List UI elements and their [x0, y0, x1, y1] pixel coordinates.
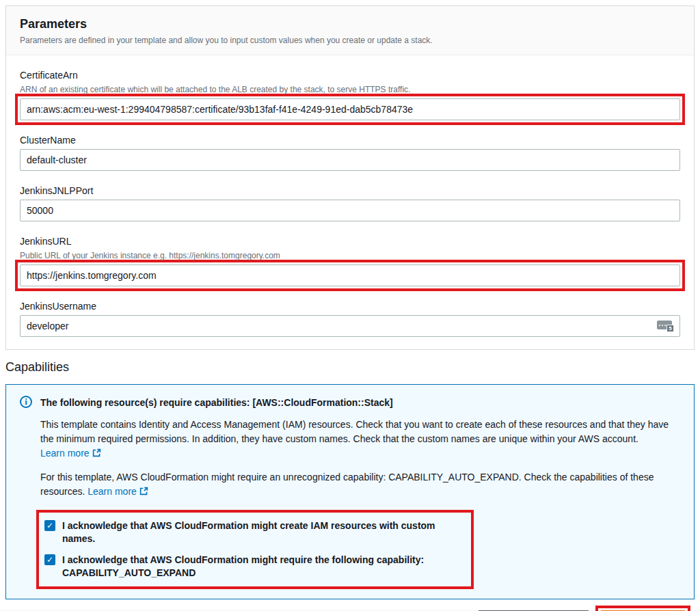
certificate-arn-label: CertificateArn	[20, 69, 680, 81]
field-input-wrap	[20, 200, 680, 221]
alert-paragraph: This template contains Identity and Acce…	[40, 418, 680, 461]
cluster-name-label: ClusterName	[20, 134, 680, 146]
learn-more-label: Learn more	[40, 448, 90, 459]
jenkins-jnlp-port-label: JenkinsJNLPPort	[20, 185, 680, 197]
external-link-icon	[139, 487, 148, 495]
certificate-arn-input[interactable]	[20, 98, 680, 120]
alert-title: The following resource(s) require capabi…	[40, 397, 680, 408]
field-cluster-name: ClusterName	[20, 134, 680, 171]
learn-more-link[interactable]: Learn more	[40, 448, 101, 459]
cluster-name-input[interactable]	[20, 149, 680, 171]
create-stack-annotation-box: Create stack	[595, 606, 690, 611]
capability-checkbox-row: ✓ I acknowledge that AWS CloudFormation …	[44, 554, 463, 580]
field-input-wrap	[20, 264, 680, 286]
parameters-description: Parameters are defined in your template …	[20, 36, 680, 46]
capabilities-heading: Capabilities	[5, 360, 695, 375]
external-link-icon	[92, 448, 101, 457]
password-manager-icon[interactable]: 5	[657, 320, 674, 332]
paragraph-text: This template contains Identity and Acce…	[40, 419, 669, 444]
parameters-title: Parameters	[20, 17, 680, 31]
checkbox-annotation-box: ✓ I acknowledge that AWS CloudFormation …	[36, 510, 474, 589]
alert-paragraph: For this template, AWS CloudFormation mi…	[40, 470, 680, 499]
jenkins-jnlp-port-input[interactable]	[20, 200, 680, 221]
field-input-outer	[20, 149, 680, 171]
checkbox-label: I acknowledge that AWS CloudFormation mi…	[62, 554, 463, 580]
field-input-wrap	[20, 149, 680, 171]
alert-paragraphs: This template contains Identity and Acce…	[40, 418, 680, 499]
parameters-fields: CertificateArn ARN of an existing certif…	[6, 55, 694, 349]
checkbox-checked[interactable]: ✓	[44, 520, 55, 531]
capabilities-info-alert: i The following resource(s) require capa…	[5, 384, 695, 599]
jenkins-url-label: JenkinsURL	[20, 235, 680, 247]
field-input-wrap: 5	[20, 315, 680, 337]
checkbox-label: I acknowledge that AWS CloudFormation mi…	[62, 519, 463, 545]
field-input-outer	[20, 200, 680, 221]
capability-checkboxes: ✓ I acknowledge that AWS CloudFormation …	[44, 519, 463, 580]
field-input-wrap	[20, 98, 680, 120]
cloudformation-review-page: Parameters Parameters are defined in you…	[0, 0, 700, 611]
field-jenkins-username: JenkinsUsername 5	[20, 300, 680, 337]
jenkins-username-input[interactable]	[20, 315, 680, 337]
alert-content: The following resource(s) require capabi…	[40, 396, 680, 593]
field-jenkins-url: JenkinsURL Public URL of your Jenkins in…	[20, 235, 680, 291]
learn-more-link[interactable]: Learn more	[88, 486, 148, 497]
checkbox-checked[interactable]: ✓	[44, 554, 55, 565]
password-manager-badge: 5	[667, 325, 674, 332]
field-input-outer	[15, 260, 685, 291]
jenkins-url-input[interactable]	[20, 264, 680, 286]
field-certificate-arn: CertificateArn ARN of an existing certif…	[20, 69, 680, 125]
field-input-outer	[15, 94, 685, 125]
field-jenkins-jnlp-port: JenkinsJNLPPort	[20, 185, 680, 221]
jenkins-username-label: JenkinsUsername	[20, 300, 680, 312]
field-input-outer: 5	[20, 315, 680, 337]
capability-checkbox-row: ✓ I acknowledge that AWS CloudFormation …	[44, 519, 463, 545]
learn-more-label: Learn more	[88, 486, 137, 497]
info-icon: i	[20, 396, 32, 408]
parameters-card-header: Parameters Parameters are defined in you…	[6, 6, 694, 55]
parameters-card: Parameters Parameters are defined in you…	[5, 5, 695, 350]
